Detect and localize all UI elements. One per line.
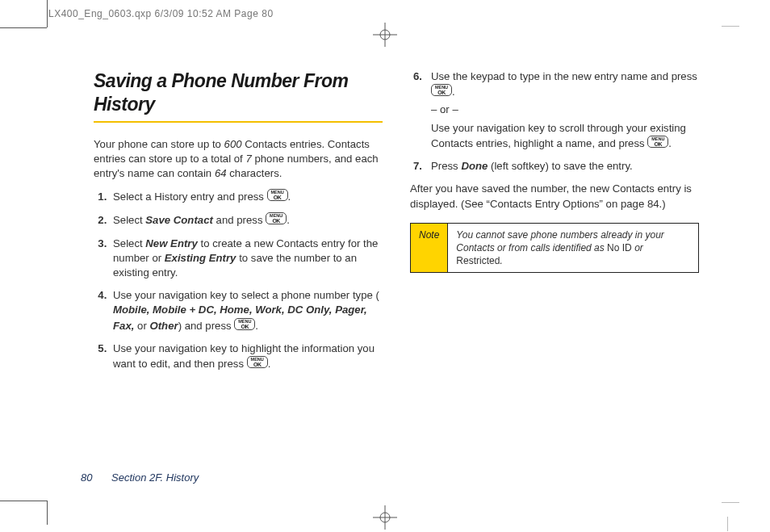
intro-paragraph: Your phone can store up to 600 Contacts … <box>94 137 383 182</box>
crop-mark <box>0 27 47 28</box>
step-6: 6. Use the keypad to type in the new ent… <box>426 69 699 151</box>
step-2: Select Save Contact and press MENUOK. <box>110 212 383 228</box>
step-4: Use your navigation key to select a phon… <box>110 288 383 333</box>
menu-ok-key-icon: MENUOK <box>647 136 668 148</box>
menu-ok-key-icon: MENUOK <box>266 212 287 224</box>
note-box: Note You cannot save phone numbers alrea… <box>410 223 699 274</box>
step-5: Use your navigation key to highlight the… <box>110 341 383 371</box>
heading-rule <box>94 121 383 123</box>
crop-mark <box>727 517 728 531</box>
right-column: 6. Use the keypad to type in the new ent… <box>410 69 699 459</box>
steps-list: Select a History entry and press MENUOK.… <box>94 189 383 371</box>
or-separator: – or – <box>431 103 699 117</box>
registration-mark-icon <box>373 23 397 47</box>
step-3: Select New Entry to create a new Contact… <box>110 237 383 281</box>
closing-paragraph: After you have saved the number, the new… <box>410 182 699 211</box>
page-content: Saving a Phone Number From History Your … <box>94 69 699 459</box>
left-column: Saving a Phone Number From History Your … <box>94 69 383 459</box>
section-heading: Saving a Phone Number From History <box>94 69 383 116</box>
menu-ok-key-icon: MENUOK <box>267 189 288 201</box>
page-number: 80 <box>81 471 92 484</box>
page-footer: 80 Section 2F. History <box>81 471 199 484</box>
crop-mark <box>47 0 48 27</box>
step-1: Select a History entry and press MENUOK. <box>110 189 383 204</box>
menu-ok-key-icon: MENUOK <box>431 84 452 96</box>
crop-mark <box>722 502 739 503</box>
menu-ok-key-icon: MENUOK <box>247 356 268 368</box>
crop-mark <box>0 501 47 501</box>
note-body: You cannot save phone numbers already in… <box>448 224 698 273</box>
registration-mark-icon <box>373 505 397 530</box>
steps-list-continued: 6. Use the keypad to type in the new ent… <box>410 69 699 174</box>
crop-mark <box>722 26 739 27</box>
section-label: Section 2F. History <box>111 471 199 484</box>
step-7: 7. Press Done (left softkey) to save the… <box>426 159 699 174</box>
menu-ok-key-icon: MENUOK <box>234 318 255 330</box>
print-slug: LX400_Eng_0603.qxp 6/3/09 10:52 AM Page … <box>48 8 274 19</box>
manual-page: LX400_Eng_0603.qxp 6/3/09 10:52 AM Page … <box>0 0 770 532</box>
note-label: Note <box>411 224 448 273</box>
crop-mark <box>47 501 48 525</box>
